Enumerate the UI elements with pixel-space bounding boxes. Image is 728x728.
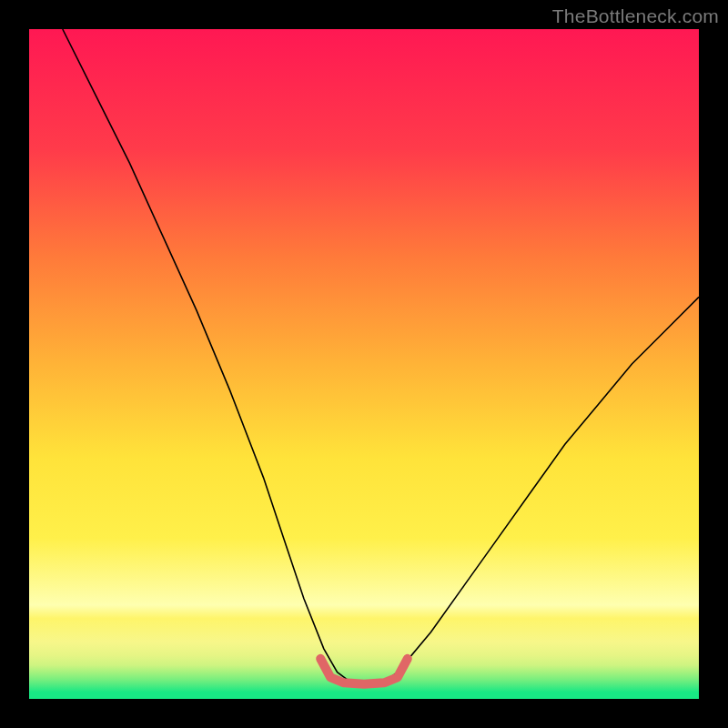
watermark-text: TheBottleneck.com bbox=[552, 5, 719, 27]
chart-frame: TheBottleneck.com bbox=[0, 0, 728, 728]
curve-layer bbox=[29, 29, 699, 699]
bottleneck-floor bbox=[320, 659, 408, 684]
bottleneck-curve bbox=[63, 29, 699, 683]
plot-area bbox=[29, 29, 699, 699]
